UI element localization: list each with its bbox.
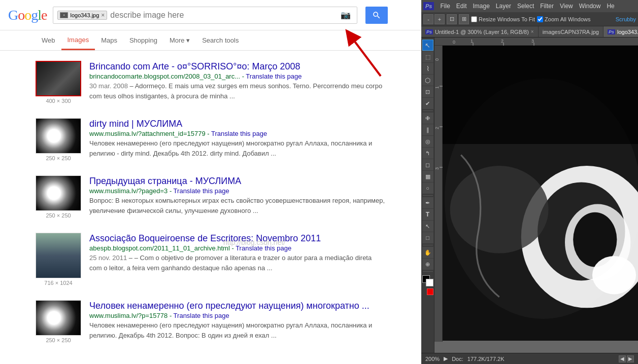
result-thumb-4: 716 × 1024 [36, 233, 81, 286]
result-thumb-3: 250 × 250 [36, 175, 81, 219]
result-content-3: Предыдущая страница - МУСЛИМА www.muslim… [89, 175, 386, 215]
color-swatches [422, 275, 433, 286]
translate-link-5[interactable]: Translate this page [174, 312, 229, 319]
pen-tool[interactable]: ✒ [422, 197, 433, 208]
hand-tool[interactable]: ✋ [422, 247, 433, 258]
svg-text:1: 1 [434, 86, 440, 89]
ps-menu-select[interactable]: Select [514, 2, 537, 11]
ps-menu-layer[interactable]: Layer [493, 2, 514, 11]
google-header: Google ▪ logo343.jpg × 📷 [0, 0, 421, 30]
marquee-tool[interactable]: ⬚ [422, 51, 433, 62]
nav-web[interactable]: Web [36, 31, 61, 49]
dodge-tool[interactable]: ○ [422, 183, 433, 194]
ps-menu-window[interactable]: Window [576, 2, 604, 11]
ps-nav-next[interactable]: ▶ [627, 355, 634, 362]
ps-tab-logo[interactable]: Ps logo343.jpg @ 200% (RGB/8#) × [603, 26, 638, 37]
translate-link-3[interactable]: Translate this page [174, 187, 229, 195]
ps-tab-untitled[interactable]: Ps Untitled-1 @ 300% (Layer 16, RGB/8) × [421, 26, 539, 37]
nav-images[interactable]: Images [61, 31, 95, 50]
zoom-all-windows-checkbox[interactable] [537, 16, 543, 22]
results-area: http://blog.csdn.net/ 400 × 300 Brincand… [0, 51, 421, 364]
background-color[interactable] [426, 279, 433, 286]
ps-ruler-top: 0 1 2 3 [434, 38, 638, 46]
result-thumb-1: 400 × 300 [36, 61, 81, 104]
svg-text:0: 0 [434, 58, 440, 61]
translate-link-1[interactable]: Translate this page [246, 72, 301, 80]
ps-menu-edit[interactable]: Edit [453, 2, 470, 11]
result-item: 716 × 1024 Associação Boqueiroense de Es… [36, 233, 386, 286]
quick-select-tool[interactable]: ⬡ [422, 75, 433, 86]
ps-menu-help[interactable]: He [603, 2, 617, 11]
result-title-4[interactable]: Associação Boqueiroense de Escritores: N… [89, 233, 321, 243]
lasso-tool[interactable]: ⌇ [422, 63, 433, 74]
zoom-actual-button[interactable]: ⊞ [459, 14, 469, 24]
file-badge: ▪ logo343.jpg × [57, 11, 107, 20]
ps-status-doc-label: Doc: [452, 356, 463, 362]
resize-windows-checkbox[interactable] [471, 16, 477, 22]
move-tool[interactable]: ↖ [422, 40, 433, 51]
result-thumb-2: 250 × 250 [36, 118, 81, 161]
heal-tool[interactable]: ✙ [422, 113, 433, 124]
shape-tool[interactable]: □ [422, 232, 433, 243]
ps-status-zoom: 200% [425, 356, 440, 362]
type-tool[interactable]: T [422, 209, 433, 220]
result-title-5[interactable]: Человек ненамеренно (его преследуют наущ… [89, 301, 370, 311]
ps-nav-prev[interactable]: ◀ [619, 355, 626, 362]
gradient-tool[interactable]: ▦ [422, 171, 433, 182]
eyedropper-tool[interactable]: ✔ [422, 98, 433, 109]
ps-menu-file[interactable]: File [437, 2, 453, 11]
svg-text:0: 0 [453, 40, 455, 45]
ps-tab-close-1[interactable]: × [531, 29, 534, 34]
file-badge-close[interactable]: × [101, 12, 105, 19]
toolbar-separator [423, 111, 433, 111]
nav-maps[interactable]: Maps [95, 31, 123, 49]
ps-main: ↖ ⬚ ⌇ ⬡ ⊡ ✔ ✙ ∥ ◎ ↰ ◻ ▦ ○ ✒ T ↖ □ ✋ ⊕ [421, 38, 638, 353]
result-title-3[interactable]: Предыдущая страница - МУСЛИМА [89, 176, 241, 186]
translate-link-2[interactable]: Translate this page [211, 130, 267, 137]
google-logo: Google [8, 7, 47, 23]
ps-canvas[interactable] [443, 46, 638, 341]
history-brush-tool[interactable]: ↰ [422, 148, 433, 159]
result-item: 400 × 300 Brincando com Arte - o¤°SORRIS… [36, 61, 386, 104]
toolbar-separator [423, 245, 433, 245]
toolbar-separator [423, 195, 433, 196]
search-button[interactable] [365, 7, 388, 24]
zoom-out-button[interactable]: - [423, 14, 433, 24]
brush-tool[interactable]: ∥ [422, 124, 433, 135]
result-url-2: www.muslima.lv/?attachment_id=15779 - Tr… [89, 130, 267, 137]
result-title-1[interactable]: Brincando com Arte - o¤°SORRISO°¤o: Març… [89, 61, 300, 71]
zoom-all-windows-label: Zoom All Windows [545, 16, 590, 22]
nav-more[interactable]: More ▾ [163, 31, 196, 49]
crop-tool[interactable]: ⊡ [422, 86, 433, 97]
clone-tool[interactable]: ◎ [422, 136, 433, 147]
svg-text:3: 3 [531, 39, 534, 44]
search-bar: ▪ logo343.jpg × 📷 [53, 7, 357, 24]
resize-windows-checkbox-label[interactable]: Resize Windows To Fit [471, 16, 535, 22]
result-url-1: brincandocomarte.blogspot.com/2008_03_01… [89, 72, 301, 80]
eraser-tool[interactable]: ◻ [422, 159, 433, 170]
ps-menu-image[interactable]: Image [470, 2, 493, 11]
svg-text:1: 1 [471, 39, 473, 44]
zoom-fit-button[interactable]: ⊡ [447, 14, 457, 24]
ps-menu-filter[interactable]: Filter [537, 2, 557, 11]
ps-logo: Ps [423, 2, 434, 10]
ps-tab-images[interactable]: imagesCAPN37RA.jpg [539, 26, 603, 37]
resize-windows-label: Resize Windows To Fit [479, 16, 535, 22]
scrubby-label[interactable]: Scrubby [616, 16, 636, 22]
path-select-tool[interactable]: ↖ [422, 221, 433, 232]
ps-menu-view[interactable]: View [557, 2, 576, 11]
translate-link-4[interactable]: Translate this page [236, 244, 291, 252]
result-content-1: Brincando com Arte - o¤°SORRISO°¤o: Març… [89, 61, 386, 101]
zoom-all-windows-checkbox-label[interactable]: Zoom All Windows [537, 16, 590, 22]
file-icon: ▪ [60, 12, 68, 18]
zoom-in-button[interactable]: + [434, 14, 445, 24]
nav-shopping[interactable]: Shopping [123, 31, 163, 49]
quick-mask-icon[interactable] [427, 288, 433, 295]
zoom-tool[interactable]: ⊕ [422, 259, 433, 270]
search-input[interactable] [110, 11, 339, 20]
result-title-2[interactable]: dirty mind | МУСЛИМА [89, 119, 182, 129]
nav-search-tools[interactable]: Search tools [196, 31, 245, 49]
camera-icon[interactable]: 📷 [339, 8, 353, 22]
google-nav: Web Images Maps Shopping More ▾ Search t… [0, 30, 421, 51]
result-snippet-2: Человек ненамеренно (его преследуют наущ… [89, 138, 386, 158]
